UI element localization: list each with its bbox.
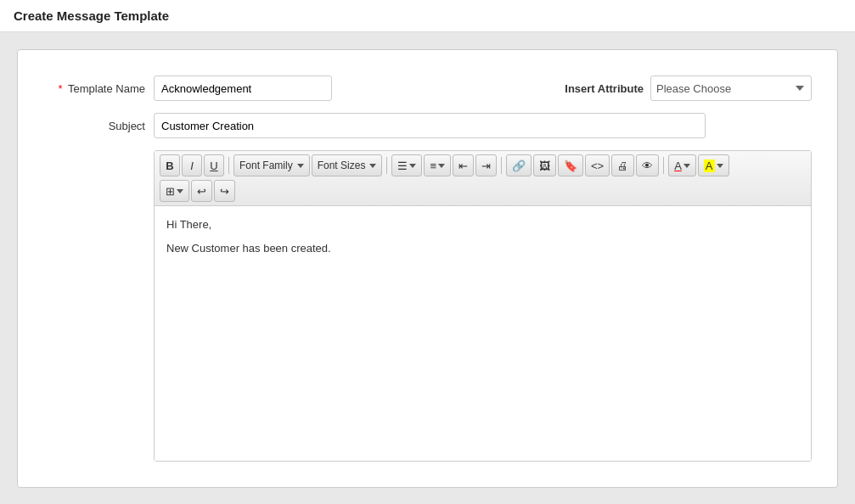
undo-button[interactable]: ↩ xyxy=(191,180,212,202)
form-card: * Template Name Insert Attribute Please … xyxy=(17,49,838,488)
font-color-button[interactable]: A xyxy=(668,154,696,176)
bookmark-icon: 🔖 xyxy=(564,160,577,172)
font-family-arrow xyxy=(297,164,304,168)
indent-icon: ⇥ xyxy=(481,160,491,172)
font-family-label: Font Family xyxy=(239,160,293,171)
outdent-icon: ⇤ xyxy=(458,160,468,172)
editor-toolbar: B I U Font Family Font Sizes xyxy=(155,151,811,206)
indent-button[interactable]: ⇥ xyxy=(475,154,497,176)
print-button[interactable]: 🖨 xyxy=(611,154,634,176)
table-arrow xyxy=(177,189,183,193)
highlight-button[interactable]: A xyxy=(698,154,729,176)
image-icon: 🖼 xyxy=(539,160,550,172)
ordered-list-icon: ≡ xyxy=(430,160,436,172)
insert-attribute-label: Insert Attribute xyxy=(565,82,644,95)
undo-icon: ↩ xyxy=(197,185,206,198)
toolbar-separator-3 xyxy=(501,157,502,174)
page-title: Create Message Template xyxy=(14,8,169,23)
template-name-label: * Template Name xyxy=(43,82,154,95)
redo-button[interactable]: ↪ xyxy=(214,180,235,202)
page-header: Create Message Template xyxy=(0,0,855,32)
font-sizes-label: Font Sizes xyxy=(318,160,366,171)
toolbar-separator-2 xyxy=(386,157,387,174)
bookmark-button[interactable]: 🔖 xyxy=(558,154,583,176)
toolbar-separator-1 xyxy=(228,157,229,174)
highlight-icon: A xyxy=(704,160,715,172)
outdent-button[interactable]: ⇤ xyxy=(453,154,474,176)
page-body: * Template Name Insert Attribute Please … xyxy=(0,32,855,504)
editor-line-2: New Customer has been created. xyxy=(166,240,799,257)
italic-button[interactable]: I xyxy=(182,154,202,176)
link-icon: 🔗 xyxy=(512,160,526,172)
font-sizes-arrow xyxy=(369,164,376,168)
unordered-list-button[interactable]: ☰ xyxy=(391,154,422,176)
required-star: * xyxy=(59,82,63,95)
underline-button[interactable]: U xyxy=(204,154,224,176)
toolbar-row1: B I U Font Family Font Sizes xyxy=(160,154,729,176)
font-family-dropdown[interactable]: Font Family xyxy=(233,154,310,176)
font-color-arrow xyxy=(683,164,690,168)
template-name-input[interactable] xyxy=(154,76,332,101)
insert-attribute-group: Insert Attribute Please Choose xyxy=(565,76,812,101)
ol-arrow xyxy=(438,164,445,168)
ul-arrow xyxy=(409,164,416,168)
table-icon: ⊞ xyxy=(166,185,175,198)
code-button[interactable]: <> xyxy=(585,154,610,176)
image-button[interactable]: 🖼 xyxy=(533,154,556,176)
subject-input[interactable] xyxy=(154,113,706,138)
subject-label: Subject xyxy=(43,120,154,132)
table-button[interactable]: ⊞ xyxy=(160,180,189,202)
font-sizes-dropdown[interactable]: Font Sizes xyxy=(312,154,383,176)
preview-icon: 👁 xyxy=(642,160,653,172)
subject-row: Subject xyxy=(43,113,812,138)
editor-wrapper: B I U Font Family Font Sizes xyxy=(154,150,812,462)
toolbar-separator-4 xyxy=(663,157,664,174)
print-icon: 🖨 xyxy=(617,160,628,172)
bold-button[interactable]: B xyxy=(160,154,180,176)
redo-icon: ↪ xyxy=(220,185,229,198)
editor-content[interactable]: Hi There, New Customer has been created. xyxy=(155,206,811,461)
editor-line-1: Hi There, xyxy=(166,216,799,233)
code-icon: <> xyxy=(591,160,604,172)
toolbar-row2: ⊞ ↩ ↪ xyxy=(160,180,806,202)
preview-button[interactable]: 👁 xyxy=(636,154,659,176)
unordered-list-icon: ☰ xyxy=(397,160,408,172)
font-color-icon: A xyxy=(674,160,682,172)
ordered-list-button[interactable]: ≡ xyxy=(424,154,451,176)
insert-attribute-select[interactable]: Please Choose xyxy=(650,76,812,101)
highlight-arrow xyxy=(717,164,723,168)
template-name-row: * Template Name Insert Attribute Please … xyxy=(43,76,812,101)
link-button[interactable]: 🔗 xyxy=(506,154,532,176)
